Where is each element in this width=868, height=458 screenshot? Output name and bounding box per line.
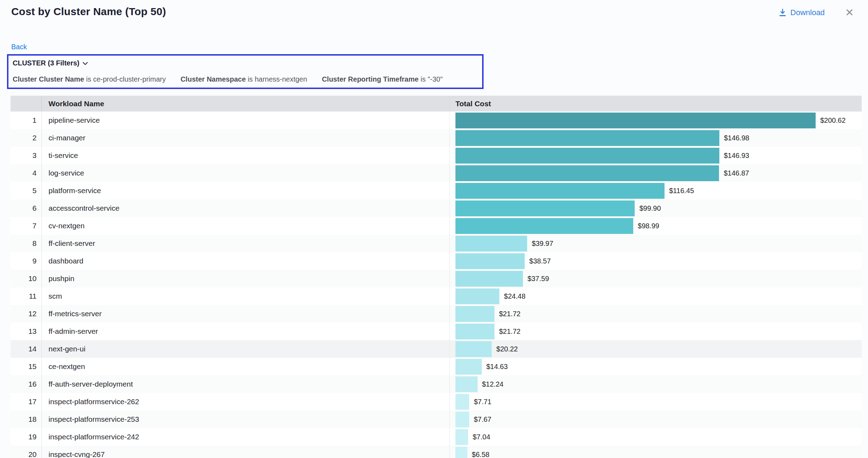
cost-cell: $200.62 [450, 112, 862, 129]
cost-cell: $98.99 [450, 217, 862, 235]
cost-value: $37.59 [527, 275, 549, 283]
table-row[interactable]: 17inspect-platformservice-262$7.71 [11, 393, 862, 411]
table-row[interactable]: 10pushpin$37.59 [11, 270, 862, 287]
table-row[interactable]: 7cv-nextgen$98.99 [11, 217, 862, 235]
cost-value: $14.63 [486, 363, 508, 371]
cost-cell: $116.45 [450, 182, 862, 199]
back-link[interactable]: Back [11, 43, 27, 51]
row-rank: 19 [11, 428, 42, 446]
cost-cell: $7.71 [450, 393, 862, 411]
cost-value: $39.97 [532, 240, 553, 248]
cost-bar [455, 341, 492, 357]
filter-condition: Cluster Namespace is harness-nextgen [181, 75, 307, 83]
workload-name: next-gen-ui [42, 340, 450, 358]
workload-name: ff-metrics-server [42, 305, 450, 323]
cost-cell: $37.59 [450, 270, 862, 287]
row-rank: 16 [11, 375, 42, 393]
row-rank: 12 [11, 305, 42, 323]
row-rank: 13 [11, 323, 42, 340]
cost-value: $146.87 [724, 169, 749, 177]
header-actions: Download ✕ [777, 7, 856, 18]
download-icon [779, 8, 786, 17]
table-row[interactable]: 20inspect-cvng-267$6.58 [11, 446, 862, 458]
workload-name: ti-service [42, 147, 450, 164]
workload-name: pipeline-service [42, 112, 450, 129]
row-rank: 7 [11, 217, 42, 235]
table-row[interactable]: 12ff-metrics-server$21.72 [11, 305, 862, 323]
page-title: Cost by Cluster Name (Top 50) [11, 6, 166, 18]
table-row[interactable]: 5platform-service$116.45 [11, 182, 862, 199]
total-cost-column-header: Total Cost [450, 100, 862, 108]
table-row[interactable]: 11scm$24.48 [11, 287, 862, 305]
cluster-filter-dropdown[interactable]: CLUSTER (3 Filters) [13, 59, 88, 67]
row-rank: 17 [11, 393, 42, 411]
table-row[interactable]: 4log-service$146.87 [11, 164, 862, 182]
workload-name: ce-nextgen [42, 358, 450, 375]
row-rank: 10 [11, 270, 42, 287]
workload-name: cv-nextgen [42, 217, 450, 235]
cost-value: $21.72 [499, 327, 520, 336]
cost-bar [455, 376, 478, 392]
cost-bar [455, 288, 499, 304]
row-rank: 8 [11, 235, 42, 252]
workload-name: inspect-platformservice-253 [42, 411, 450, 428]
table-row[interactable]: 18inspect-platformservice-253$7.67 [11, 411, 862, 428]
workload-name: dashboard [42, 252, 450, 270]
close-button[interactable]: ✕ [843, 7, 856, 18]
cost-bar [455, 447, 467, 458]
cost-bar [455, 429, 468, 445]
cost-cell: $146.93 [450, 147, 862, 164]
table-row[interactable]: 16ff-auth-server-deployment$12.24 [11, 375, 862, 393]
cost-bar [455, 113, 816, 128]
cost-cell: $24.48 [450, 287, 862, 305]
cost-value: $38.57 [529, 257, 551, 265]
download-button[interactable]: Download [777, 8, 827, 18]
cost-table: Workload Name Total Cost 1pipeline-servi… [11, 96, 862, 458]
workload-name: scm [42, 287, 450, 305]
workload-name: ff-admin-server [42, 323, 450, 340]
cost-value: $98.99 [638, 222, 659, 230]
row-rank: 2 [11, 129, 42, 147]
workload-name: ff-auth-server-deployment [42, 375, 450, 393]
cost-bar [455, 218, 633, 234]
table-row[interactable]: 14next-gen-ui$20.22 [11, 340, 862, 358]
cost-cell: $7.04 [450, 428, 862, 446]
table-body: 1pipeline-service$200.622ci-manager$146.… [11, 112, 862, 458]
row-rank: 11 [11, 287, 42, 305]
table-row[interactable]: 3ti-service$146.93 [11, 147, 862, 164]
cost-value: $7.67 [474, 415, 491, 424]
workload-name: inspect-cvng-267 [42, 446, 450, 458]
cost-cell: $21.72 [450, 323, 862, 340]
table-row[interactable]: 8ff-client-server$39.97 [11, 235, 862, 252]
cost-value: $24.48 [504, 292, 525, 300]
table-row[interactable]: 15ce-nextgen$14.63 [11, 358, 862, 375]
table-row[interactable]: 19inspect-platformservice-242$7.04 [11, 428, 862, 446]
cost-value: $21.72 [499, 310, 520, 318]
cost-bar [455, 324, 494, 339]
table-row[interactable]: 6accesscontrol-service$99.90 [11, 199, 862, 217]
table-row[interactable]: 1pipeline-service$200.62 [11, 112, 862, 129]
cluster-filter-box: CLUSTER (3 Filters) Cluster Cluster Name… [7, 54, 484, 89]
table-row[interactable]: 2ci-manager$146.98 [11, 129, 862, 147]
row-rank: 1 [11, 112, 42, 129]
cost-bar [455, 201, 635, 216]
cost-bar [455, 412, 469, 427]
cost-value: $116.45 [669, 187, 694, 195]
table-row[interactable]: 13ff-admin-server$21.72 [11, 323, 862, 340]
cost-cell: $20.22 [450, 340, 862, 358]
download-label: Download [790, 8, 825, 17]
cost-value: $99.90 [639, 204, 661, 212]
table-row[interactable]: 9dashboard$38.57 [11, 252, 862, 270]
cost-cell: $146.98 [450, 129, 862, 147]
filter-condition: Cluster Cluster Name is ce-prod-cluster-… [13, 75, 166, 83]
chevron-down-icon [83, 61, 88, 65]
cost-bar [455, 253, 525, 269]
workload-name-column-header: Workload Name [42, 96, 450, 112]
cost-cell: $12.24 [450, 375, 862, 393]
cost-value: $20.22 [496, 345, 518, 353]
filter-field-name: Cluster Reporting Timeframe [322, 75, 419, 83]
row-rank: 18 [11, 411, 42, 428]
row-rank: 14 [11, 340, 42, 358]
row-rank: 3 [11, 147, 42, 164]
cost-bar [455, 130, 719, 146]
